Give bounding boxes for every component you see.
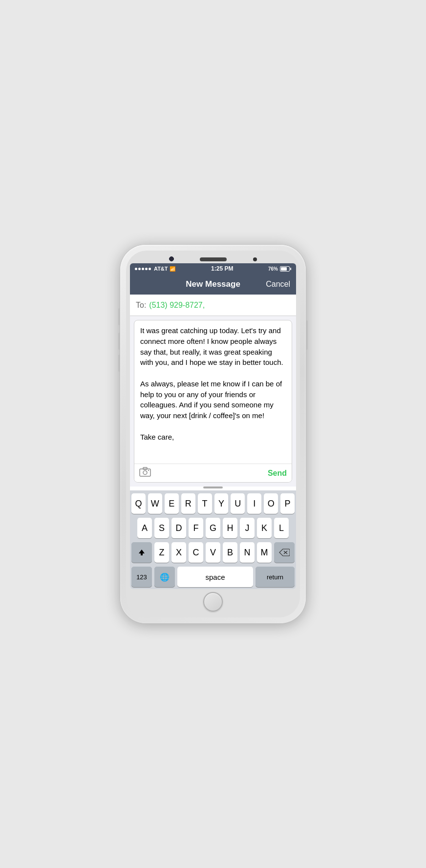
numbers-key[interactable]: 123: [131, 567, 152, 587]
send-button[interactable]: Send: [268, 469, 287, 478]
svg-marker-4: [139, 550, 145, 555]
battery-icon: [280, 266, 291, 272]
time-display: 1:25 PM: [211, 265, 233, 272]
front-camera: [169, 256, 174, 261]
phone-bottom: [203, 589, 223, 613]
key-e[interactable]: E: [165, 493, 179, 514]
keyboard-row-4: 123 🌐 space return: [131, 567, 295, 587]
key-h[interactable]: H: [223, 518, 237, 538]
key-x[interactable]: X: [171, 542, 186, 563]
keyboard-handle: [203, 487, 223, 488]
space-key[interactable]: space: [177, 567, 253, 587]
camera-icon[interactable]: [139, 467, 151, 479]
svg-rect-3: [148, 470, 149, 471]
compose-bottom-bar: Send: [134, 464, 292, 482]
key-z[interactable]: Z: [154, 542, 169, 563]
key-u[interactable]: U: [231, 493, 245, 514]
sensor: [253, 257, 257, 261]
key-i[interactable]: I: [247, 493, 261, 514]
key-q[interactable]: Q: [131, 493, 146, 514]
keyboard: Q W E R T Y U I O P A S D F G: [130, 490, 296, 589]
phone-inner: AT&T 📶 1:25 PM 76% New Messag: [126, 251, 300, 617]
shift-key[interactable]: [131, 542, 152, 563]
key-m[interactable]: M: [257, 542, 272, 563]
compose-area: It was great catching up today. Let's tr…: [130, 316, 296, 487]
keyboard-row-3: Z X C V B N M: [131, 542, 295, 563]
nav-bar: New Message Cancel: [130, 274, 296, 295]
key-n[interactable]: N: [240, 542, 255, 563]
key-l[interactable]: L: [274, 518, 289, 538]
globe-key[interactable]: 🌐: [154, 567, 175, 587]
to-label: To:: [136, 301, 146, 310]
phone-top-bar: [130, 254, 296, 263]
status-left: AT&T 📶: [135, 266, 176, 272]
speaker: [200, 257, 227, 261]
status-bar: AT&T 📶 1:25 PM 76%: [130, 263, 296, 274]
nav-title: New Message: [186, 279, 240, 289]
key-d[interactable]: D: [171, 518, 186, 538]
key-k[interactable]: K: [257, 518, 272, 538]
key-t[interactable]: T: [198, 493, 212, 514]
signal-strength: [135, 268, 151, 270]
battery-percent: 76%: [268, 266, 278, 272]
phone-frame: AT&T 📶 1:25 PM 76% New Messag: [120, 245, 306, 623]
cancel-button[interactable]: Cancel: [266, 280, 290, 289]
home-button[interactable]: [203, 592, 223, 612]
key-c[interactable]: C: [189, 542, 203, 563]
key-o[interactable]: O: [264, 493, 278, 514]
key-a[interactable]: A: [137, 518, 152, 538]
keyboard-row-2: A S D F G H J K L: [131, 518, 295, 538]
recipient-number: (513) 929-8727,: [149, 301, 205, 310]
key-y[interactable]: Y: [214, 493, 229, 514]
key-p[interactable]: P: [280, 493, 295, 514]
return-key[interactable]: return: [256, 567, 295, 587]
key-v[interactable]: V: [206, 542, 220, 563]
status-right: 76%: [268, 266, 291, 272]
key-j[interactable]: J: [240, 518, 255, 538]
svg-point-1: [143, 471, 147, 475]
keyboard-row-1: Q W E R T Y U I O P: [131, 493, 295, 514]
key-f[interactable]: F: [189, 518, 203, 538]
carrier-label: AT&T: [154, 266, 168, 272]
backspace-key[interactable]: [274, 542, 295, 563]
to-field[interactable]: To: (513) 929-8727,: [130, 295, 296, 316]
message-container[interactable]: It was great catching up today. Let's tr…: [134, 320, 292, 483]
key-s[interactable]: S: [154, 518, 169, 538]
message-body[interactable]: It was great catching up today. Let's tr…: [134, 320, 292, 464]
key-b[interactable]: B: [223, 542, 237, 563]
key-g[interactable]: G: [206, 518, 220, 538]
wifi-icon: 📶: [170, 266, 175, 272]
key-r[interactable]: R: [181, 493, 195, 514]
svg-rect-2: [143, 467, 147, 469]
phone-screen: AT&T 📶 1:25 PM 76% New Messag: [130, 263, 296, 589]
key-w[interactable]: W: [148, 493, 162, 514]
